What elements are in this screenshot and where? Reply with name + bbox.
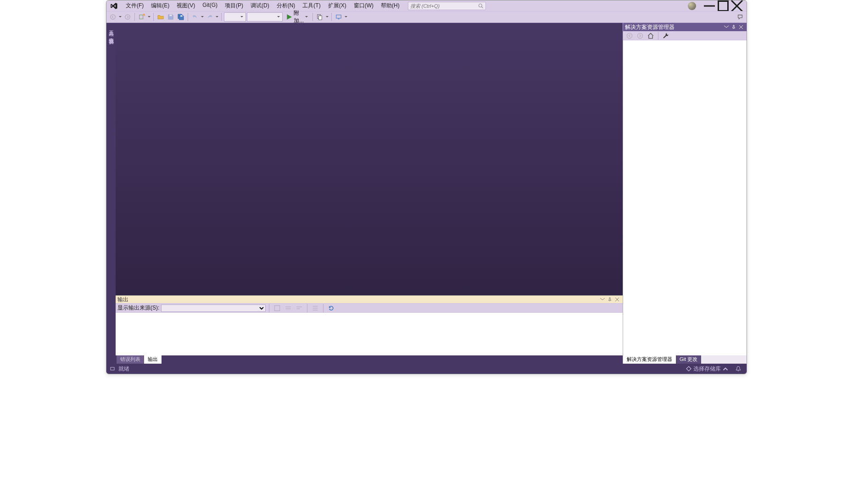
live-share-dropdown[interactable] [344,16,348,18]
status-ready-text: 就绪 [118,365,129,373]
sidebar-tab-toolbox[interactable]: 工具箱 [107,25,115,30]
svg-point-28 [637,33,642,38]
statusbar: 就绪 选择存储库 [106,364,747,374]
undo-button [190,12,200,22]
se-forward-button [636,31,645,40]
menu-project[interactable]: 项目(P) [221,1,247,11]
menu-debug[interactable]: 调试(D) [247,1,273,11]
solution-explorer-toolbar [623,31,747,40]
svg-rect-9 [169,15,172,17]
svg-rect-3 [719,1,728,11]
menu-extensions[interactable]: 扩展(X) [324,1,350,11]
chevron-down-icon [277,16,280,18]
center-area: 输出 显示输出来源(S): 错误列表 [116,23,623,364]
svg-point-6 [111,15,116,20]
tab-error-list[interactable]: 错误列表 [117,355,144,364]
menu-view[interactable]: 视图(V) [173,1,199,11]
status-select-repo-button[interactable]: 选择存储库 [684,365,730,373]
solution-explorer-panel: 解决方案资源管理器 解决方案资源管理器 Git 更改 [623,23,747,364]
se-properties-button[interactable] [661,31,670,40]
window-maximize-button[interactable] [716,1,730,11]
svg-point-27 [627,33,632,38]
status-notifications-button[interactable] [734,365,743,373]
attach-to-process-button[interactable]: 附加... [284,12,310,22]
undo-dropdown [201,16,204,18]
standard-toolbar: 附加... [106,11,747,23]
new-project-dropdown[interactable] [147,16,151,18]
svg-rect-12 [318,16,322,20]
se-close-button[interactable] [737,24,745,30]
open-file-button[interactable] [156,12,165,22]
attach-label: 附加... [294,9,304,25]
chevron-down-icon [305,16,308,18]
menu-edit[interactable]: 编辑(E) [147,1,173,11]
solution-platform-combo[interactable] [247,12,283,22]
tab-output[interactable]: 输出 [144,355,162,364]
main-menu: 文件(F) 编辑(E) 视图(V) Git(G) 项目(P) 调试(D) 分析(… [122,1,403,11]
sidebar-tab-find-replace[interactable]: 查找和替换 [107,32,115,38]
play-icon [286,14,292,20]
svg-line-1 [481,6,483,8]
global-search[interactable] [408,2,486,10]
menu-help[interactable]: 帮助(H) [377,1,403,11]
repo-icon [686,366,691,371]
output-goto-next-button [284,304,293,313]
output-clear-button [295,304,304,313]
svg-point-7 [125,15,130,20]
nav-forward-button [123,12,132,22]
chevron-down-icon [240,16,244,18]
output-goto-prev-button [273,304,282,313]
redo-dropdown [215,16,219,18]
svg-rect-17 [275,305,280,310]
live-share-button[interactable] [334,12,343,22]
status-ready-icon [110,366,115,371]
output-clear-all-button[interactable] [327,304,336,313]
output-panel-toolbar: 显示输出来源(S): [116,304,623,313]
window-close-button[interactable] [730,1,744,11]
new-project-button[interactable] [137,12,146,22]
solution-explorer-tree[interactable] [623,40,747,355]
output-window-position-button[interactable] [599,296,606,303]
menu-file[interactable]: 文件(F) [122,1,147,11]
output-source-label: 显示输出来源(S): [117,304,159,312]
left-dock: 工具箱 查找和替换 [106,23,116,364]
se-pin-button[interactable] [730,24,737,30]
nav-back-button [108,12,117,22]
feedback-button[interactable] [736,12,745,22]
global-search-input[interactable] [410,3,478,9]
save-all-button[interactable] [176,12,185,22]
window-minimize-button[interactable] [702,1,716,11]
output-pin-button[interactable] [606,296,613,303]
wrench-icon [663,33,669,39]
chevron-up-icon [723,366,728,371]
menu-window[interactable]: 窗口(W) [350,1,377,11]
status-select-repo-label: 选择存储库 [693,365,721,373]
bell-icon [736,366,741,371]
tab-solution-explorer[interactable]: 解决方案资源管理器 [623,355,676,364]
vs-logo-icon [109,1,118,11]
find-dropdown[interactable] [325,16,329,18]
save-button [166,12,175,22]
svg-point-0 [479,4,482,7]
output-close-button[interactable] [613,296,621,303]
find-in-files-button[interactable] [315,12,324,22]
nav-back-dropdown [118,16,122,18]
tab-git-changes[interactable]: Git 更改 [676,355,701,364]
editor-surface[interactable] [116,23,623,295]
solution-config-combo[interactable] [224,12,246,22]
output-toggle-wordwrap-button [311,304,320,313]
se-back-button [625,31,634,40]
se-window-position-button[interactable] [723,24,730,30]
output-panel-body[interactable] [116,313,623,355]
redo-button [205,12,214,22]
menu-git[interactable]: Git(G) [199,1,221,11]
search-icon [478,3,484,9]
titlebar: 文件(F) 编辑(E) 视图(V) Git(G) 项目(P) 调试(D) 分析(… [106,0,747,11]
output-panel-header: 输出 [116,295,623,304]
solution-explorer-header: 解决方案资源管理器 [623,23,747,31]
account-avatar[interactable] [688,2,696,10]
right-tabstrip: 解决方案资源管理器 Git 更改 [623,355,747,364]
app-window: 文件(F) 编辑(E) 视图(V) Git(G) 项目(P) 调试(D) 分析(… [106,0,747,374]
se-home-button[interactable] [646,31,655,40]
output-source-combo[interactable] [161,305,266,312]
